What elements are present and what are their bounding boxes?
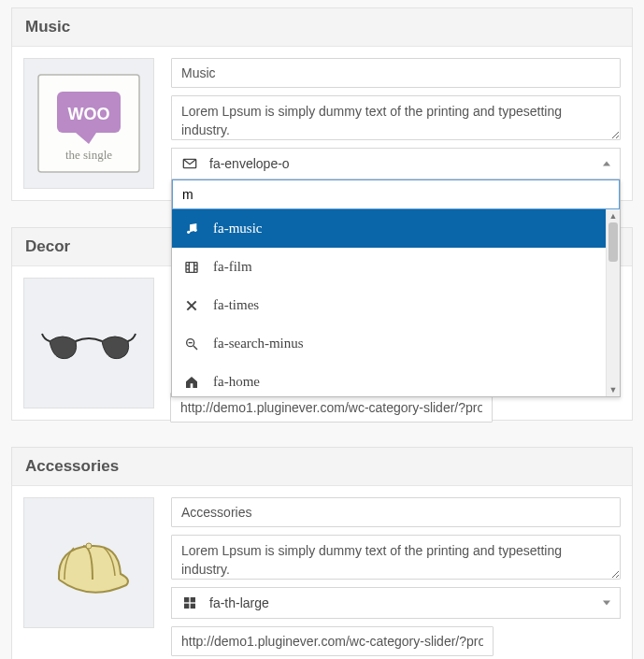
category-image[interactable]	[23, 497, 154, 628]
icon-option-label: fa-home	[213, 374, 260, 390]
icon-picker-label: fa-envelope-o	[209, 156, 290, 171]
film-icon	[183, 260, 200, 275]
icon-picker-wrapper: fa-envelope-o fa-music	[171, 148, 621, 179]
svg-rect-21	[191, 597, 195, 602]
panel-body: WOO the single Lorem Lpsum is simply dum…	[12, 47, 632, 200]
svg-rect-7	[186, 262, 197, 272]
icon-option-label: fa-times	[213, 297, 259, 313]
panel-body: Lorem Lpsum is simply dummy text of the …	[12, 486, 632, 659]
times-icon	[183, 298, 200, 313]
name-input[interactable]	[171, 58, 621, 88]
icon-option-fa-home[interactable]: fa-home	[172, 363, 606, 396]
icon-option-fa-film[interactable]: fa-film	[172, 248, 606, 286]
icon-picker-label: fa-th-large	[209, 595, 269, 610]
panel-title: Music	[12, 8, 632, 47]
category-image[interactable]: WOO the single	[23, 58, 154, 189]
icon-option-fa-times[interactable]: fa-times	[172, 286, 606, 324]
cap-image	[33, 507, 145, 619]
name-input[interactable]	[171, 497, 621, 527]
icon-option-label: fa-search-minus	[213, 336, 304, 351]
icon-option-fa-music[interactable]: fa-music	[172, 209, 606, 248]
icon-option-label: fa-music	[213, 221, 262, 236]
icon-option-fa-search-minus[interactable]: fa-search-minus	[172, 324, 606, 363]
music-icon	[183, 222, 200, 236]
svg-text:WOO: WOO	[68, 105, 110, 123]
icon-picker[interactable]: fa-envelope-o	[171, 148, 621, 179]
description-input[interactable]: Lorem Lpsum is simply dummy text of the …	[171, 95, 621, 140]
url-input[interactable]	[171, 626, 494, 656]
search-minus-icon	[183, 337, 200, 351]
panel-fields: Lorem Lpsum is simply dummy text of the …	[171, 58, 621, 189]
dropdown-scrollbar[interactable]: ▲ ▼	[606, 209, 620, 396]
icon-picker[interactable]: fa-th-large	[171, 587, 621, 619]
scroll-down-icon: ▼	[607, 383, 620, 396]
category-image[interactable]	[23, 278, 154, 408]
svg-point-5	[187, 230, 190, 233]
svg-rect-20	[184, 597, 189, 602]
icon-option-list: fa-music fa-film	[172, 209, 606, 396]
svg-point-19	[86, 543, 92, 549]
icon-option-label: fa-film	[213, 259, 252, 275]
description-input[interactable]: Lorem Lpsum is simply dummy text of the …	[171, 535, 621, 580]
chevron-down-icon	[603, 601, 610, 606]
scroll-thumb[interactable]	[608, 222, 618, 262]
icon-search-input[interactable]	[172, 179, 620, 209]
scroll-up-icon: ▲	[607, 209, 620, 222]
sunglasses-image	[33, 287, 145, 399]
svg-text:the  single: the single	[65, 148, 112, 162]
panel-fields: Lorem Lpsum is simply dummy text of the …	[171, 497, 621, 656]
woo-image: WOO the single	[33, 67, 145, 179]
envelope-icon	[181, 156, 198, 171]
svg-rect-23	[191, 604, 195, 609]
icon-picker-dropdown: fa-music fa-film	[171, 179, 621, 397]
home-icon	[183, 375, 200, 390]
svg-line-17	[193, 346, 197, 350]
category-panel-music: Music WOO the single Lorem Lpsum is simp…	[11, 7, 633, 201]
category-panel-accessories: Accessories Lorem Lpsum is simply dummy …	[11, 447, 633, 659]
svg-point-6	[193, 228, 196, 231]
svg-rect-22	[184, 604, 189, 609]
chevron-up-icon	[603, 162, 610, 166]
th-large-icon	[181, 595, 198, 610]
panel-title: Accessories	[12, 448, 632, 486]
